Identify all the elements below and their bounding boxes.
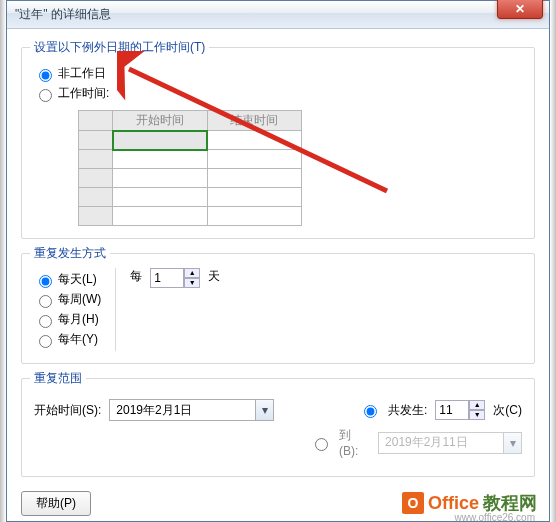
group1-title: 设置以下例外日期的工作时间(T) (30, 39, 209, 56)
cell[interactable] (207, 207, 302, 226)
chevron-down-icon: ▾ (503, 433, 521, 453)
chevron-down-icon: ▾ (255, 400, 273, 420)
occur-down-button[interactable]: ▼ (469, 410, 485, 420)
row-header (79, 188, 113, 207)
row-header (79, 131, 113, 150)
daily-radio[interactable] (39, 275, 52, 288)
yearly-label: 每年(Y) (58, 331, 98, 348)
until-radio[interactable] (315, 438, 328, 451)
monthly-radio[interactable] (39, 315, 52, 328)
until-date-value: 2019年2月11日 (379, 432, 503, 453)
interval-up-button[interactable]: ▲ (184, 268, 200, 278)
occur-input[interactable] (435, 400, 469, 420)
every-label: 每 (130, 268, 142, 285)
close-button[interactable]: ✕ (497, 0, 543, 19)
titlebar: "过年" 的详细信息 ✕ (7, 1, 549, 29)
start-label: 开始时间(S): (34, 402, 101, 419)
working-label: 工作时间: (58, 85, 109, 102)
working-time-group: 设置以下例外日期的工作时间(T) 非工作日 工作时间: 开始时间 结束时间 (21, 47, 535, 239)
nonworking-label: 非工作日 (58, 65, 106, 82)
nonworking-radio[interactable] (39, 69, 52, 82)
daily-label: 每天(L) (58, 271, 97, 288)
window-title: "过年" 的详细信息 (15, 6, 111, 23)
cell[interactable] (113, 188, 208, 207)
cell[interactable] (207, 169, 302, 188)
row-header (79, 150, 113, 169)
yearly-radio[interactable] (39, 335, 52, 348)
watermark-url: www.office26.com (455, 512, 535, 522)
col-end-header: 结束时间 (207, 111, 302, 131)
recurrence-pattern-group: 重复发生方式 每天(L) 每周(W) 每月(H) 每年(Y) 每 ▲ ▼ (21, 253, 535, 364)
times-table: 开始时间 结束时间 (78, 110, 302, 226)
interval-down-button[interactable]: ▼ (184, 278, 200, 288)
occur-label: 共发生: (388, 402, 427, 419)
recurrence-range-group: 重复范围 开始时间(S): 2019年2月1日 ▾ 共发生: ▲ ▼ 次(C (21, 378, 535, 477)
occur-suffix: 次(C) (493, 402, 522, 419)
close-icon: ✕ (515, 2, 525, 16)
start-date-dropdown[interactable]: 2019年2月1日 ▾ (109, 399, 274, 421)
help-button[interactable]: 帮助(P) (21, 491, 91, 516)
help-label: 帮助(P) (36, 496, 76, 510)
occur-up-button[interactable]: ▲ (469, 400, 485, 410)
weekly-label: 每周(W) (58, 291, 101, 308)
interval-input[interactable] (150, 268, 184, 288)
weekly-radio[interactable] (39, 295, 52, 308)
monthly-label: 每月(H) (58, 311, 99, 328)
col-start-header: 开始时间 (113, 111, 208, 131)
cell[interactable] (113, 169, 208, 188)
cell[interactable] (113, 207, 208, 226)
cell[interactable] (113, 150, 208, 169)
days-label: 天 (208, 268, 220, 285)
cell[interactable] (113, 131, 208, 150)
table-corner (79, 111, 113, 131)
office-badge-icon: O (402, 492, 424, 514)
working-radio[interactable] (39, 89, 52, 102)
row-header (79, 207, 113, 226)
cell[interactable] (207, 188, 302, 207)
until-label: 到(B): (339, 427, 370, 458)
pattern-title: 重复发生方式 (30, 245, 110, 262)
until-date-dropdown[interactable]: 2019年2月11日 ▾ (378, 432, 522, 454)
range-title: 重复范围 (30, 370, 86, 387)
row-header (79, 169, 113, 188)
occur-radio[interactable] (364, 405, 377, 418)
cell[interactable] (207, 150, 302, 169)
start-date-value: 2019年2月1日 (110, 400, 255, 421)
watermark-brand1: Office (428, 493, 479, 514)
cell[interactable] (207, 131, 302, 150)
